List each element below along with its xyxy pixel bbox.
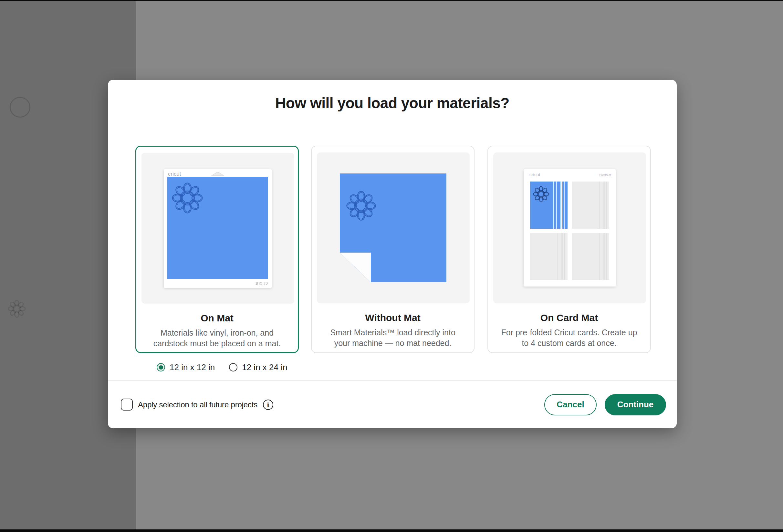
- cancel-button[interactable]: Cancel: [544, 394, 597, 415]
- radio-12x24-label[interactable]: 12 in x 24 in: [242, 363, 287, 372]
- continue-button[interactable]: Continue: [605, 394, 666, 415]
- card-fold-line: [599, 233, 599, 280]
- material-sheet: [167, 177, 268, 279]
- flower-cut-icon: [170, 181, 204, 215]
- card-slot-empty: [572, 182, 609, 229]
- option-description: Materials like vinyl, iron-on, and cards…: [141, 327, 293, 349]
- card-slot-empty: [530, 233, 568, 280]
- option-card-without-mat[interactable]: Without Mat Smart Materials™ load direct…: [311, 146, 474, 353]
- cricut-brand-label: cricut: [529, 172, 540, 177]
- card-fold-line: [599, 182, 599, 229]
- option-description-line: Smart Materials™ load directly into: [316, 327, 469, 338]
- card-fold-line: [606, 233, 607, 280]
- flower-cut-icon: [345, 190, 377, 222]
- backdrop-ghost-circle: [10, 97, 30, 118]
- option-title: Without Mat: [312, 312, 474, 323]
- apply-to-future-label[interactable]: Apply selection to all future projects: [138, 400, 257, 409]
- option-title: On Card Mat: [488, 312, 650, 323]
- dialog-footer: Apply selection to all future projects i…: [121, 381, 666, 428]
- cricut-brand-label: cricut: [168, 171, 181, 177]
- card-slot-blue: [530, 182, 568, 229]
- radio-12x12[interactable]: [157, 363, 165, 372]
- option-description-line: cardstock must be placed on a mat.: [141, 338, 293, 349]
- flower-cut-icon: [532, 185, 550, 203]
- card-mat-product-label: CardMat: [599, 174, 611, 177]
- screen: How will you load your materials? cricut…: [0, 0, 783, 532]
- mat-illustration: cricut cricut: [164, 169, 272, 288]
- card-fold-line: [564, 182, 565, 229]
- peeled-corner: [340, 253, 371, 282]
- card-fold-line: [603, 233, 605, 280]
- without-mat-image-panel: [317, 153, 470, 303]
- option-description-line: For pre-folded Cricut cards. Create up: [493, 327, 646, 338]
- dialog-title: How will you load your materials?: [108, 94, 677, 112]
- radio-12x12-label[interactable]: 12 in x 12 in: [169, 363, 215, 372]
- info-icon[interactable]: i: [263, 400, 273, 410]
- option-description-line: to 4 custom cards at once.: [493, 338, 646, 348]
- apply-to-future-checkbox[interactable]: [121, 399, 133, 411]
- mat-handle-icon: [211, 172, 224, 176]
- option-title: On Mat: [136, 313, 298, 324]
- option-description-line: Materials like vinyl, iron-on, and: [141, 327, 293, 338]
- option-description-line: your machine — no mat needed.: [316, 338, 469, 348]
- load-materials-dialog: How will you load your materials? cricut…: [108, 80, 677, 428]
- on-mat-image-panel: cricut cricut: [142, 153, 294, 304]
- option-description: For pre-folded Cricut cards. Create up t…: [493, 327, 646, 348]
- card-fold-line: [603, 182, 605, 229]
- card-slots: [530, 182, 609, 280]
- option-card-on-card-mat[interactable]: cricut CardMat: [488, 146, 651, 353]
- card-slot-empty: [572, 233, 609, 280]
- card-fold-line: [553, 182, 554, 229]
- card-mat-illustration: cricut CardMat: [524, 169, 616, 286]
- card-fold-line: [561, 233, 563, 280]
- on-card-mat-image-panel: cricut CardMat: [493, 153, 646, 303]
- option-description: Smart Materials™ load directly into your…: [316, 327, 469, 348]
- card-fold-line: [560, 182, 562, 229]
- radio-selected-dot: [159, 365, 163, 370]
- card-fold-line: [557, 233, 558, 280]
- screen-bottom-edge: [0, 529, 783, 532]
- mat-size-radio-group: 12 in x 12 in 12 in x 24 in: [157, 363, 287, 372]
- card-fold-line: [556, 182, 557, 229]
- option-card-on-mat[interactable]: cricut cricut On Mat Materials like viny…: [135, 146, 299, 353]
- backdrop-ghost-flower-icon: [7, 299, 27, 318]
- radio-12x24[interactable]: [229, 363, 238, 372]
- card-fold-line: [564, 233, 565, 280]
- cricut-brand-label-reversed: cricut: [255, 281, 268, 286]
- card-fold-line: [606, 182, 607, 229]
